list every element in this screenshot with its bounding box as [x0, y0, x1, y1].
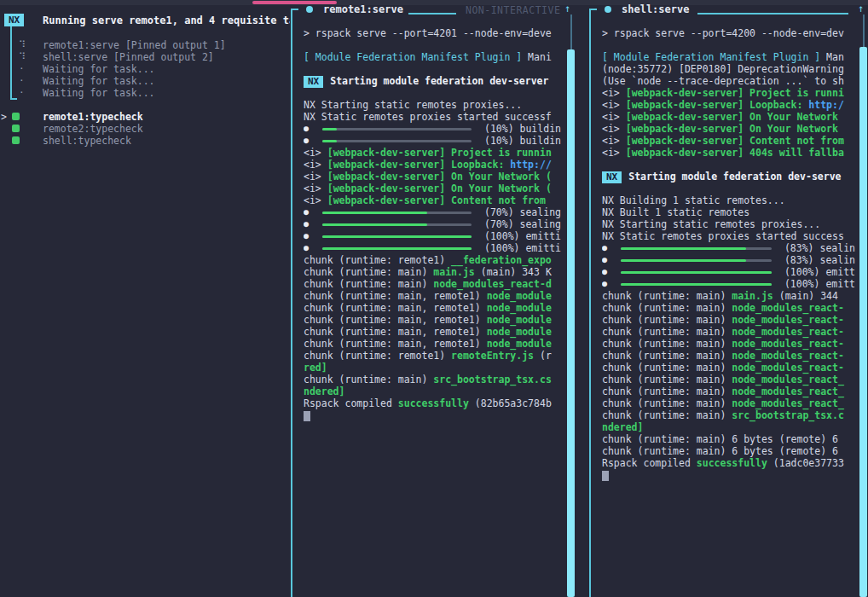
terminal-blank-line	[602, 183, 859, 194]
task-label: remote1:typecheck	[43, 111, 143, 123]
progress-label: (10%) buildin	[478, 135, 561, 147]
running-status-dot	[306, 6, 313, 13]
task-label: Waiting for task...	[43, 87, 155, 99]
progress-bar-fill	[621, 259, 746, 262]
queued-task-row[interactable]: >remote1:typecheck	[0, 111, 290, 123]
progress-line: ● (100%) emitt	[602, 266, 859, 278]
terminal-output[interactable]: > rspack serve --port=4200 --node-env=de…	[602, 27, 859, 481]
queued-task-row[interactable]: remote2:typecheck	[0, 123, 290, 135]
terminal-badge-line: NXStarting module federation dev-server	[304, 75, 561, 87]
progress-label: (100%) emitti	[478, 242, 561, 254]
terminal-line: chunk (runtime: main, remote1) node_modu…	[304, 290, 561, 302]
queued-task-row[interactable]: shell:typecheck	[0, 135, 290, 147]
pane-corner	[589, 9, 597, 10]
progress-line: ● (100%) emitti	[304, 230, 561, 242]
pane-left-border	[589, 9, 591, 597]
progress-bar-fill	[322, 128, 338, 130]
progress-bar-fill	[621, 247, 746, 250]
terminal-blank-line	[602, 159, 859, 171]
scrollbar-track[interactable]	[570, 14, 572, 49]
terminal-line: chunk (runtime: remote1) remoteEntry.js …	[304, 350, 561, 362]
task-status-square-icon	[12, 125, 20, 132]
nx-badge-inline: NX	[602, 171, 622, 183]
terminal-line: (node:35772) [DEP0180] DeprecationWarnin…	[602, 63, 859, 75]
terminal-line: chunk (runtime: main, remote1) node_modu…	[304, 314, 561, 326]
terminal-line: <i> [webpack-dev-server] Loopback: http:…	[304, 159, 561, 171]
terminal-line: <i> [webpack-dev-server] On Your Network	[602, 123, 859, 135]
terminal-cursor-line	[304, 409, 561, 421]
terminal-line: NX Building 1 static remotes...	[602, 194, 859, 206]
pane-title: shell:serve	[622, 3, 689, 15]
pane-title-rule	[408, 13, 456, 14]
terminal-line: chunk (runtime: main) src_bootstrap_tsx.…	[304, 374, 561, 385]
terminal-badge-line: NXStarting module federation dev-serve	[602, 171, 859, 183]
progress-bar	[322, 212, 472, 214]
terminal-line: chunk (runtime: remote1) __federation_ex…	[304, 254, 561, 266]
task-label: shell:serve [Pinned output 2]	[43, 51, 214, 63]
progress-bar	[322, 140, 472, 142]
progress-bullet-icon: ●	[304, 206, 310, 218]
nx-logo-badge: NX	[4, 14, 24, 26]
task-label: Waiting for task...	[43, 75, 155, 87]
scrollbar-thumb[interactable]	[567, 49, 575, 597]
terminal-line: chunk (runtime: main) node_modules_react…	[602, 374, 859, 385]
pane-title: remote1:serve	[323, 3, 403, 15]
terminal-line: > rspack serve --port=4200 --node-env=de…	[602, 27, 859, 39]
progress-line: ● (100%) emitti	[304, 242, 561, 254]
pinned-task-row[interactable]: ⠹shell:serve [Pinned output 2]	[0, 51, 290, 63]
pinned-task-row[interactable]: ·Waiting for task...	[0, 87, 290, 99]
waiting-dot-icon: ·	[19, 63, 25, 75]
progress-label: (83%) sealin	[778, 242, 855, 254]
pane-corner	[291, 9, 298, 10]
progress-bar-fill	[322, 223, 427, 226]
terminal-line: <i> [webpack-dev-server] On Your Network…	[304, 171, 561, 183]
progress-line: ● (83%) sealin	[602, 254, 859, 266]
terminal-output[interactable]: > rspack serve --port=4201 --node-env=de…	[304, 27, 561, 421]
terminal-line: chunk (runtime: main) node_modules_react…	[602, 338, 859, 350]
terminal-line: chunk (runtime: main) node_modules_react…	[602, 326, 859, 338]
task-label: remote2:typecheck	[43, 123, 143, 135]
terminal-line: chunk (runtime: main) src_bootstrap_tsx.…	[602, 409, 859, 421]
terminal-line: chunk (runtime: main) node_modules_react…	[602, 362, 859, 374]
progress-line: ● (83%) sealin	[602, 242, 859, 254]
terminal-line: ndered]	[602, 421, 859, 433]
spinner-icon: ⠹	[19, 51, 26, 63]
terminal-line: chunk (runtime: main, remote1) node_modu…	[304, 302, 561, 314]
task-status-square-icon	[12, 113, 20, 120]
terminal-blank-line	[304, 63, 561, 75]
scroll-up-arrow-icon[interactable]: ↑	[564, 3, 570, 14]
terminal-line: > rspack serve --port=4201 --node-env=de…	[304, 27, 561, 39]
terminal-line: chunk (runtime: main) node_modules_react…	[602, 397, 859, 409]
terminal-line: [ Module Federation Manifest Plugin ] Ma…	[304, 51, 561, 63]
terminal-line: chunk (runtime: main) node_modules_react…	[304, 278, 561, 290]
scrollbar-thumb[interactable]	[859, 47, 867, 597]
waiting-dot-icon: ·	[19, 87, 25, 99]
pane-left-border	[291, 9, 292, 597]
task-label: remote1:serve [Pinned output 1]	[43, 39, 226, 51]
badge-line-text: Starting module federation dev-server	[330, 75, 548, 87]
terminal-line: NX Starting static remotes proxies...	[602, 218, 859, 230]
non-interactive-label: NON-INTERACTIVE	[466, 4, 560, 16]
terminal-line: NX Static remotes proxies started succes…	[304, 111, 561, 123]
scrollbar-track[interactable]	[863, 14, 865, 47]
progress-bar	[621, 283, 772, 286]
task-label: Waiting for task...	[43, 63, 155, 75]
progress-bar	[621, 247, 772, 250]
progress-bar	[322, 128, 472, 130]
progress-bar	[322, 235, 472, 238]
terminal-cursor	[602, 471, 609, 481]
terminal-line: <i> [webpack-dev-server] 404s will fallb…	[602, 147, 859, 159]
scroll-up-arrow-icon[interactable]: ↑	[858, 3, 864, 14]
terminal-line: <i> [webpack-dev-server] Project is runn…	[304, 147, 561, 159]
terminal-line: chunk (runtime: main) 6 bytes (remote) 6	[602, 433, 859, 445]
terminal-line: NX Built 1 static remotes	[602, 206, 859, 218]
progress-bar-fill	[621, 271, 772, 274]
progress-bullet-icon: ●	[602, 254, 609, 266]
pinned-task-row[interactable]: ⠹remote1:serve [Pinned output 1]	[0, 39, 290, 51]
terminal-line: chunk (runtime: main) node_modules_react…	[602, 350, 859, 362]
pinned-task-row[interactable]: ·Waiting for task...	[0, 63, 290, 75]
top-bar	[0, 0, 868, 5]
pinned-task-row[interactable]: ·Waiting for task...	[0, 75, 290, 87]
progress-label: (10%) buildin	[478, 123, 561, 135]
progress-bullet-icon: ●	[304, 230, 310, 242]
